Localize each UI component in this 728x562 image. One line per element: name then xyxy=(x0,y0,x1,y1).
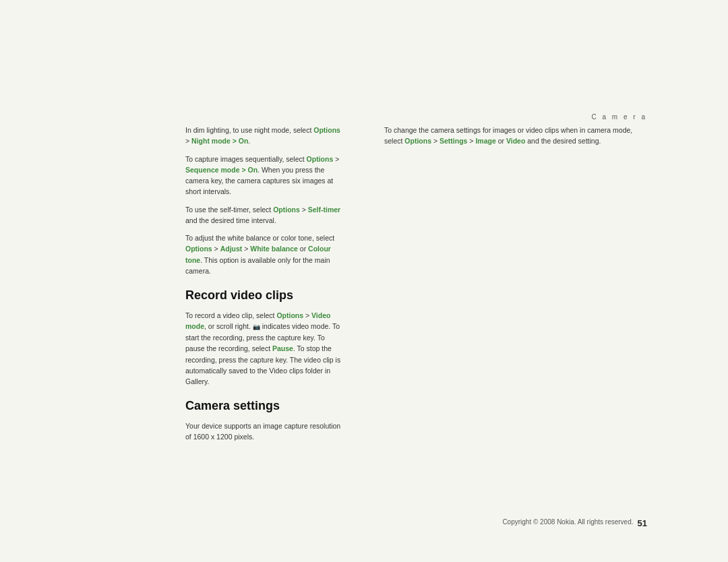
right-column: To change the camera settings for images… xyxy=(364,125,728,449)
record-video-section: Record video clips To record a video cli… xyxy=(185,288,344,387)
camera-settings-para: Your device supports an image capture re… xyxy=(185,420,344,443)
options-link-night: Options xyxy=(313,126,340,134)
sequence-mode-para: To capture images sequentially, select O… xyxy=(185,154,344,197)
self-timer-text-before: To use the self-timer, select xyxy=(185,206,273,214)
white-balance-para: To adjust the white balance or color ton… xyxy=(185,232,344,276)
change-settings-text-mid2: > xyxy=(467,137,475,145)
self-timer-para: To use the self-timer, select Options > … xyxy=(185,204,344,226)
night-mode-link: Night mode > On xyxy=(191,137,248,145)
change-settings-text-mid1: > xyxy=(431,137,439,145)
record-video-para: To record a video clip, select Options >… xyxy=(185,310,344,387)
white-balance-text-before: To adjust the white balance or color ton… xyxy=(185,234,334,242)
video-mode-icon: 📷 xyxy=(253,323,260,332)
record-text-mid2: , or scroll right. xyxy=(204,322,253,330)
sequence-mode-link: Sequence mode > On xyxy=(185,166,257,174)
sequence-text-mid: > xyxy=(333,155,339,163)
video-link: Video xyxy=(506,137,525,145)
white-balance-text-mid1: > xyxy=(212,245,220,253)
copyright-text: Copyright © 2008 Nokia. All rights reser… xyxy=(502,518,633,528)
white-balance-text-mid2: > xyxy=(242,245,250,253)
options-link-sequence: Options xyxy=(307,155,334,163)
content-area: In dim lighting, to use night mode, sele… xyxy=(0,125,728,449)
camera-settings-text: Your device supports an image capture re… xyxy=(185,422,340,441)
record-text-before: To record a video clip, select xyxy=(185,311,276,319)
night-mode-text-before: In dim lighting, to use night mode, sele… xyxy=(185,126,313,134)
night-mode-text-mid: > xyxy=(185,137,191,145)
change-settings-text-after: and the desired setting. xyxy=(525,137,601,145)
white-balance-link: White balance xyxy=(250,245,298,253)
night-mode-block: In dim lighting, to use night mode, sele… xyxy=(185,125,344,147)
sequence-text-before: To capture images sequentially, select xyxy=(185,155,307,163)
change-settings-text-mid3: or xyxy=(496,137,506,145)
options-link-record: Options xyxy=(276,311,303,319)
options-link-timer: Options xyxy=(273,206,300,214)
pause-link: Pause xyxy=(272,344,293,352)
self-timer-block: To use the self-timer, select Options > … xyxy=(185,204,344,226)
white-balance-text-mid3: or xyxy=(298,245,308,253)
section-header: C a m e r a xyxy=(592,113,647,121)
settings-link: Settings xyxy=(439,137,467,145)
night-mode-para: In dim lighting, to use night mode, sele… xyxy=(185,125,344,147)
page-number: 51 xyxy=(638,518,647,528)
page-footer: Copyright © 2008 Nokia. All rights reser… xyxy=(0,518,728,528)
night-mode-text-after: . xyxy=(248,137,250,145)
white-balance-text-after: . This option is available only for the … xyxy=(185,256,330,275)
sequence-mode-block: To capture images sequentially, select O… xyxy=(185,154,344,197)
page: C a m e r a In dim lighting, to use nigh… xyxy=(0,0,728,562)
options-link-wb: Options xyxy=(185,245,212,253)
section-label: C a m e r a xyxy=(592,113,647,121)
self-timer-text-mid: > xyxy=(300,206,308,214)
record-text-mid1: > xyxy=(303,311,311,319)
white-balance-block: To adjust the white balance or color ton… xyxy=(185,232,344,276)
image-link: Image xyxy=(475,137,495,145)
change-settings-para: To change the camera settings for images… xyxy=(384,125,647,147)
options-link-settings: Options xyxy=(404,137,431,145)
change-settings-block: To change the camera settings for images… xyxy=(384,125,647,147)
left-column: In dim lighting, to use night mode, sele… xyxy=(0,125,364,449)
self-timer-link: Self-timer xyxy=(308,206,340,214)
adjust-link: Adjust xyxy=(220,245,243,253)
camera-settings-section: Camera settings Your device supports an … xyxy=(185,399,344,442)
camera-settings-heading: Camera settings xyxy=(185,399,344,414)
self-timer-text-after: and the desired time interval. xyxy=(185,216,276,224)
record-video-heading: Record video clips xyxy=(185,288,344,303)
